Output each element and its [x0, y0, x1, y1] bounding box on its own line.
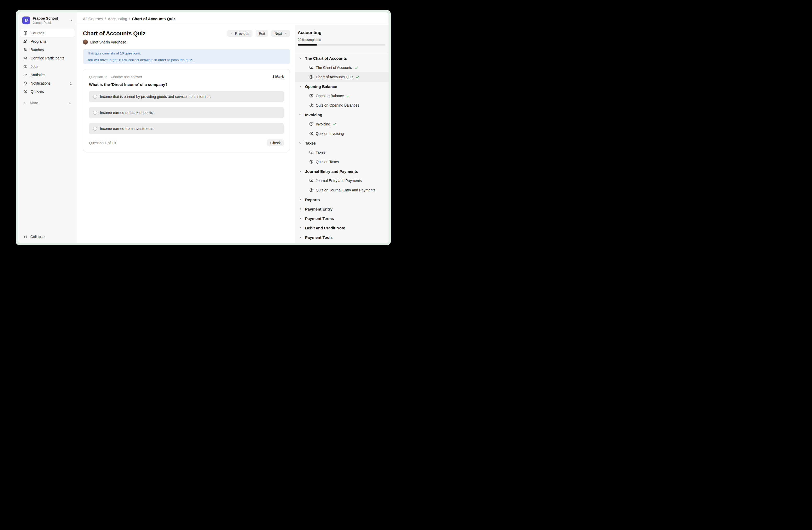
course-title: Accounting: [298, 30, 385, 35]
app-name: Frappe School: [33, 16, 58, 20]
sidebar-item-programs[interactable]: Programs: [20, 38, 75, 45]
author-name: Linet Sherin Varghese: [90, 40, 126, 44]
plus-icon[interactable]: [68, 101, 72, 105]
outline-lesson-taxes[interactable]: Taxes: [295, 148, 389, 157]
breadcrumb-all-courses[interactable]: All Courses: [83, 16, 103, 21]
outline-lesson-quiz-on-invoicing[interactable]: Quiz on Invoicing: [295, 129, 389, 138]
chevron-down-icon[interactable]: [299, 141, 302, 144]
banner-line-1: This quiz consists of 10 questions.: [87, 50, 286, 57]
option-label: Income earned on bank deposits: [100, 111, 153, 115]
sidebar-menu: Courses Programs Batches Certified Parti…: [18, 28, 77, 107]
brand-text: Frappe School Jannat Patel: [33, 16, 58, 25]
sidebar-collapse-button[interactable]: Collapse: [20, 233, 75, 241]
outline-section-the-chart-of-accounts[interactable]: The Chart of Accounts: [295, 53, 389, 63]
answer-option[interactable]: Income earned on bank deposits: [89, 107, 284, 118]
outline-header: Accounting 22% completed: [295, 25, 389, 45]
course-progress-bar: [298, 44, 385, 45]
outline-section-reports[interactable]: Reports: [295, 195, 389, 204]
question-pagination: Question 1 of 10: [89, 141, 116, 145]
collapse-icon: [23, 235, 27, 239]
radio-button[interactable]: [93, 95, 97, 99]
outline-section-payment-terms[interactable]: Payment Terms: [295, 214, 389, 223]
sidebar-item-label: Batches: [31, 48, 44, 52]
outline-section-payment-tools[interactable]: Payment Tools: [295, 233, 389, 242]
video-lesson-icon: [309, 150, 314, 154]
outline-section-taxes[interactable]: Taxes: [295, 138, 389, 148]
previous-button[interactable]: Previous: [227, 30, 252, 37]
app-frame: Frappe School Jannat Patel Courses Progr…: [18, 12, 389, 243]
route-icon: [23, 39, 28, 43]
outline-section-invoicing[interactable]: Invoicing: [295, 110, 389, 120]
sidebar-item-courses[interactable]: Courses: [20, 29, 75, 37]
page-title: Chart of Accounts Quiz: [83, 30, 145, 37]
chevron-right-icon[interactable]: [299, 226, 302, 229]
chevron-down-icon[interactable]: [299, 170, 302, 173]
outline-lesson-quiz-on-taxes[interactable]: Quiz on Taxes: [295, 157, 389, 167]
completed-check-icon: [356, 75, 360, 79]
author-avatar: [83, 40, 88, 44]
sidebar-item-quizzes[interactable]: Quizzes: [20, 88, 75, 96]
brand-switcher[interactable]: Frappe School Jannat Patel: [18, 12, 77, 28]
chevron-right-icon[interactable]: [299, 217, 302, 220]
outline-lesson-journal-entry-and-payments[interactable]: Journal Entry and Payments: [295, 176, 389, 185]
outline-lesson-quiz-on-journal-entry-and-payments[interactable]: Quiz on Journal Entry and Payments: [295, 185, 389, 195]
radio-button[interactable]: [93, 127, 97, 131]
outline-list: The Chart of Accounts The Chart of Accou…: [295, 53, 389, 243]
sidebar-item-batches[interactable]: Batches: [20, 46, 75, 54]
outline-lesson-quiz-on-opening-balances[interactable]: Quiz on Opening Balances: [295, 100, 389, 110]
collapse-label: Collapse: [30, 235, 44, 239]
trending-up-icon: [23, 73, 28, 77]
sidebar-more[interactable]: More: [20, 99, 75, 107]
sidebar-item-label: Courses: [31, 31, 44, 35]
chevron-left-icon: [231, 32, 233, 35]
quiz-lesson-icon: [309, 103, 314, 107]
question-label: Question 1:: [89, 75, 107, 79]
chevron-down-icon[interactable]: [299, 85, 302, 88]
answer-option[interactable]: Income that is earned by providing goods…: [89, 91, 284, 102]
chevron-right-icon[interactable]: [299, 198, 302, 201]
chevron-down-icon[interactable]: [299, 57, 302, 60]
course-completed-text: 22% completed: [298, 38, 385, 42]
banner-line-2: You will have to get 100% correct answer…: [87, 57, 286, 63]
breadcrumb-separator: /: [105, 16, 106, 21]
sidebar-item-jobs[interactable]: Jobs: [20, 62, 75, 70]
outline-section-opening-balance[interactable]: Opening Balance: [295, 82, 389, 91]
breadcrumb-separator: /: [129, 16, 130, 21]
next-button[interactable]: Next: [271, 30, 290, 37]
question-text: What is the 'Direct Income' of a company…: [89, 82, 284, 87]
radio-button[interactable]: [93, 111, 97, 115]
sidebar-item-certified-participants[interactable]: Certified Participants: [20, 54, 75, 62]
chevron-right-icon[interactable]: [299, 207, 302, 211]
answer-options: Income that is earned by providing goods…: [89, 91, 284, 134]
question-marks: 1 Mark: [272, 75, 284, 79]
outline-lesson-chart-of-accounts-quiz[interactable]: Chart of Accounts Quiz: [295, 72, 389, 82]
chevron-down-icon[interactable]: [299, 113, 302, 116]
question-instruction: Choose one answer: [111, 75, 142, 79]
outline-lesson-opening-balance[interactable]: Opening Balance: [295, 91, 389, 100]
course-progress-fill: [298, 44, 317, 45]
quiz-lesson-icon: [309, 75, 314, 79]
sidebar-item-notifications[interactable]: Notifications 1: [20, 79, 75, 87]
question-card: Question 1: Choose one answer 1 Mark Wha…: [83, 69, 290, 151]
user-name: Jannat Patel: [33, 21, 58, 25]
outline-section-payment-entry[interactable]: Payment Entry: [295, 204, 389, 214]
sidebar-spacer: [18, 107, 77, 233]
book-open-icon: [23, 31, 28, 35]
edit-button[interactable]: Edit: [256, 30, 268, 37]
sidebar-item-label: Programs: [31, 39, 46, 43]
completed-check-icon: [354, 66, 358, 70]
outline-lesson-the-chart-of-accounts[interactable]: The Chart of Accounts: [295, 63, 389, 72]
breadcrumb-accounting[interactable]: Accounting: [108, 16, 127, 21]
check-button[interactable]: Check: [267, 139, 284, 147]
notifications-count-badge: 1: [70, 81, 72, 85]
answer-option[interactable]: Income earned from investments: [89, 123, 284, 134]
app-window: Frappe School Jannat Patel Courses Progr…: [16, 10, 391, 245]
outline-lesson-invoicing[interactable]: Invoicing: [295, 120, 389, 129]
chevron-down-icon[interactable]: [70, 18, 73, 22]
sidebar-item-statistics[interactable]: Statistics: [20, 71, 75, 79]
outline-section-journal-entry-and-payments[interactable]: Journal Entry and Payments: [295, 167, 389, 176]
left-sidebar: Frappe School Jannat Patel Courses Progr…: [18, 12, 77, 243]
outline-section-debit-and-credit-note[interactable]: Debit and Credit Note: [295, 223, 389, 233]
sidebar-item-label: Statistics: [31, 73, 45, 77]
chevron-right-icon[interactable]: [299, 236, 302, 239]
